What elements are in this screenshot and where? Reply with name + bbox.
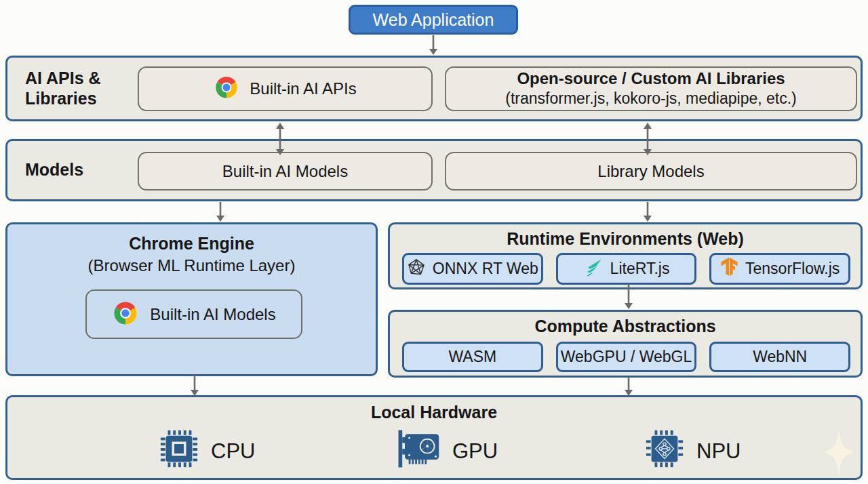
- ai-apis-libraries-row-label: AI APIs & Libraries: [25, 58, 101, 119]
- arrow-models-to-chrome-engine: [214, 202, 226, 222]
- chrome-built-in-models-label: Built-in AI Models: [150, 305, 275, 324]
- web-application-node: Web Application: [349, 5, 518, 35]
- webnn-chip: WebNN: [709, 342, 850, 372]
- open-source-libraries-node: Open-source / Custom AI Libraries (trans…: [445, 66, 857, 111]
- cpu-item: CPU: [158, 428, 255, 475]
- library-models-label: Library Models: [597, 162, 704, 181]
- web-application-label: Web Application: [373, 10, 494, 30]
- arrow-apis-models-right: [642, 123, 654, 155]
- webgpu-webgl-label: WebGPU / WebGL: [561, 348, 692, 366]
- arrow-runtime-to-compute: [623, 284, 635, 309]
- open-source-libraries-title: Open-source / Custom AI Libraries: [517, 69, 785, 89]
- chrome-icon: [112, 300, 139, 329]
- arrow-compute-to-hardware: [623, 377, 635, 396]
- chrome-engine-subtitle: (Browser ML Runtime Layer): [7, 255, 376, 276]
- npu-item: NPU: [644, 428, 741, 475]
- litert-chip: LiteRT.js: [556, 253, 697, 285]
- onnx-icon: [407, 258, 426, 281]
- tensorflow-icon: [720, 258, 738, 280]
- ai-apis-libraries-row: AI APIs & Libraries Built-in AI APIs Ope…: [5, 56, 863, 121]
- arrow-models-to-runtime: [642, 202, 654, 222]
- webnn-label: WebNN: [753, 348, 807, 366]
- compute-abstractions-title: Compute Abstractions: [390, 317, 861, 336]
- models-row-label: Models: [25, 141, 83, 199]
- sparkle-icon: [820, 426, 858, 481]
- npu-chip-icon: [644, 428, 686, 475]
- arrow-webapp-to-apis: [427, 35, 439, 55]
- onnx-rt-web-label: ONNX RT Web: [433, 260, 538, 278]
- tensorflow-label: TensorFlow.js: [745, 260, 840, 278]
- wasm-chip: WASM: [402, 342, 543, 372]
- gpu-card-icon: [393, 428, 441, 475]
- open-source-libraries-subtitle: (transformer.js, kokoro-js, mediapipe, e…: [505, 89, 796, 108]
- runtime-environments-box: Runtime Environments (Web) ONNX RT Web: [388, 222, 863, 289]
- compute-abstractions-box: Compute Abstractions WASM WebGPU / WebGL…: [388, 310, 863, 378]
- runtime-environments-title: Runtime Environments (Web): [390, 229, 861, 249]
- built-in-ai-apis-label: Built-in AI APIs: [250, 79, 356, 98]
- onnx-rt-web-chip: ONNX RT Web: [402, 253, 543, 285]
- arrow-apis-models-left: [274, 123, 286, 155]
- arrow-chrome-engine-to-hardware: [189, 375, 201, 396]
- chrome-icon: [214, 75, 239, 103]
- litert-icon: [583, 257, 604, 281]
- tensorflow-chip: TensorFlow.js: [709, 253, 850, 285]
- built-in-ai-models-label: Built-in AI Models: [222, 162, 348, 181]
- chrome-engine-box: Chrome Engine (Browser ML Runtime Layer)…: [5, 222, 378, 376]
- chrome-built-in-models-node: Built-in AI Models: [85, 289, 302, 339]
- cpu-label: CPU: [211, 439, 255, 464]
- cpu-chip-icon: [158, 428, 200, 475]
- litert-label: LiteRT.js: [610, 260, 670, 278]
- webgpu-webgl-chip: WebGPU / WebGL: [556, 342, 697, 372]
- wasm-label: WASM: [448, 348, 496, 366]
- models-row: Models Built-in AI Models Library Models: [5, 139, 863, 201]
- gpu-label: GPU: [452, 439, 498, 464]
- local-hardware-box: Local Hardware CPU: [5, 395, 863, 480]
- local-hardware-title: Local Hardware: [7, 403, 861, 422]
- npu-label: NPU: [696, 439, 741, 464]
- built-in-ai-models-node: Built-in AI Models: [138, 152, 433, 190]
- library-models-node: Library Models: [445, 152, 857, 190]
- built-in-ai-apis-node: Built-in AI APIs: [138, 66, 433, 111]
- gpu-item: GPU: [393, 428, 498, 475]
- chrome-engine-title: Chrome Engine: [7, 233, 376, 255]
- diagram-canvas: Web Application AI APIs & Libraries Buil…: [0, 0, 868, 484]
